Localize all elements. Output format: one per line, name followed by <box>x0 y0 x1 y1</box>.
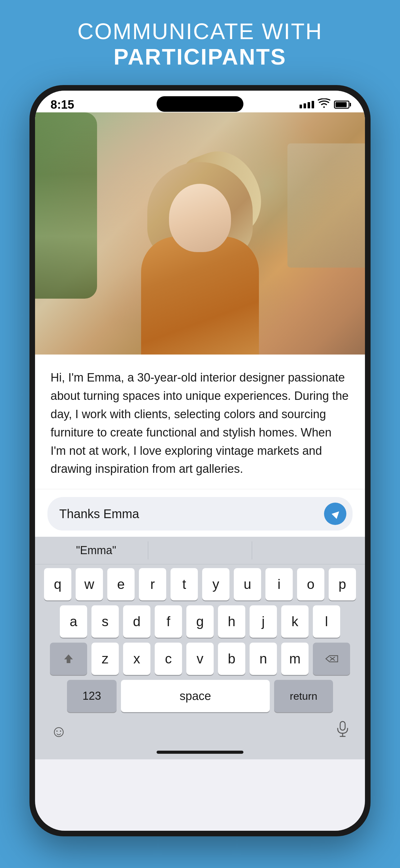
key-row-1: q w e r t y u i o p <box>41 568 359 600</box>
message-input[interactable]: Thanks Emma <box>59 507 320 521</box>
key-g[interactable]: g <box>186 606 214 638</box>
key-123[interactable]: 123 <box>67 680 116 712</box>
key-u[interactable]: u <box>234 568 261 600</box>
key-shift[interactable] <box>50 643 87 675</box>
signal-dot-2 <box>304 103 306 108</box>
key-n[interactable]: n <box>249 643 277 675</box>
status-icons <box>300 98 349 111</box>
key-f[interactable]: f <box>155 606 182 638</box>
battery-fill <box>335 102 347 107</box>
send-button[interactable]: ▶ <box>324 503 346 525</box>
key-x[interactable]: x <box>123 643 151 675</box>
keyboard-area: "Emma" q w e r t y u i o p <box>35 537 365 760</box>
status-bar: 8:15 <box>35 91 365 113</box>
home-indicator <box>157 751 243 754</box>
key-space[interactable]: space <box>121 680 270 712</box>
autocomplete-item-2[interactable] <box>148 541 252 559</box>
phone-frame: 8:15 <box>29 85 371 836</box>
key-w[interactable]: w <box>76 568 103 600</box>
key-o[interactable]: o <box>297 568 324 600</box>
key-i[interactable]: i <box>265 568 293 600</box>
dynamic-island <box>157 96 243 112</box>
key-r[interactable]: r <box>139 568 166 600</box>
key-row-4: 123 space return <box>41 680 359 712</box>
svg-rect-2 <box>340 721 345 730</box>
emoji-icon[interactable]: ☺ <box>51 722 67 740</box>
autocomplete-item-1[interactable]: "Emma" <box>44 541 148 559</box>
key-k[interactable]: k <box>281 606 308 638</box>
key-e[interactable]: e <box>107 568 135 600</box>
wifi-icon <box>318 98 330 111</box>
key-row-2: a s d f g h j k l <box>41 606 359 638</box>
key-row-3: z x c v b n m <box>41 643 359 675</box>
send-arrow-icon: ▶ <box>329 507 342 520</box>
key-p[interactable]: p <box>329 568 356 600</box>
key-delete[interactable] <box>313 643 350 675</box>
header-line2: PARTICIPANTS <box>77 44 323 69</box>
battery-icon <box>334 101 349 108</box>
bio-section: Hi, I'm Emma, a 30-year-old interior des… <box>35 354 365 489</box>
message-input-area: Thanks Emma ▶ <box>35 489 365 537</box>
bio-text: Hi, I'm Emma, a 30-year-old interior des… <box>51 369 349 478</box>
mic-icon[interactable] <box>336 721 349 741</box>
key-c[interactable]: c <box>155 643 182 675</box>
keyboard-rows: q w e r t y u i o p a s d f g <box>35 564 365 715</box>
signal-dot-4 <box>312 101 314 108</box>
key-t[interactable]: t <box>171 568 198 600</box>
autocomplete-bar: "Emma" <box>35 537 365 564</box>
key-h[interactable]: h <box>218 606 245 638</box>
key-z[interactable]: z <box>92 643 119 675</box>
signal-dot-3 <box>308 102 310 108</box>
keyboard-bottom-bar: ☺ <box>35 715 365 751</box>
key-m[interactable]: m <box>281 643 308 675</box>
key-j[interactable]: j <box>249 606 277 638</box>
key-q[interactable]: q <box>44 568 71 600</box>
signal-dots <box>300 101 314 108</box>
page-header: COMMUNICATE WITH PARTICIPANTS <box>53 0 347 85</box>
signal-dot-1 <box>300 104 302 108</box>
key-y[interactable]: y <box>202 568 229 600</box>
person-shape <box>123 137 277 354</box>
phone-screen: 8:15 <box>35 91 365 831</box>
key-return[interactable]: return <box>274 680 333 712</box>
key-s[interactable]: s <box>92 606 119 638</box>
status-time: 8:15 <box>51 98 74 112</box>
key-b[interactable]: b <box>218 643 245 675</box>
key-a[interactable]: a <box>60 606 87 638</box>
profile-image <box>35 113 365 354</box>
autocomplete-item-3[interactable] <box>252 541 356 559</box>
key-d[interactable]: d <box>123 606 151 638</box>
key-l[interactable]: l <box>313 606 340 638</box>
header-line1: COMMUNICATE WITH <box>77 19 323 44</box>
key-v[interactable]: v <box>186 643 214 675</box>
message-input-container[interactable]: Thanks Emma ▶ <box>47 497 353 531</box>
